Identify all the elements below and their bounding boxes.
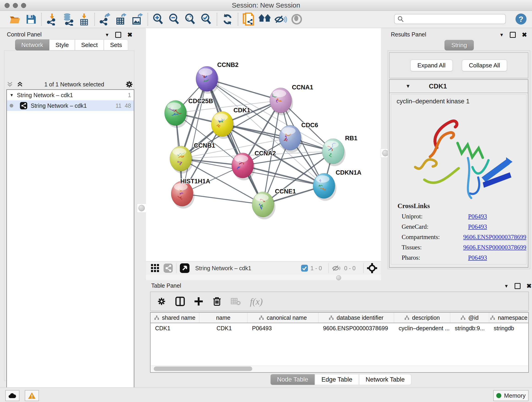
left-splitter-handle[interactable] — [137, 204, 146, 213]
houses-icon[interactable] — [258, 13, 271, 26]
network-row[interactable]: String Network – cdk1 11 48 — [7, 100, 134, 111]
export-network-icon[interactable] — [99, 13, 112, 26]
column-header-namespace[interactable]: namespace — [489, 313, 528, 323]
tab-sets[interactable]: Sets — [104, 39, 128, 51]
control-panel-float-icon[interactable] — [115, 32, 121, 38]
zoom-selected-icon[interactable] — [200, 13, 213, 26]
selected-count: 1 - 0 — [310, 265, 322, 272]
memory-status-dot — [496, 393, 501, 398]
search-input[interactable] — [394, 14, 506, 24]
zoom-in-icon[interactable] — [152, 13, 165, 26]
tab-select[interactable]: Select — [75, 39, 104, 51]
window-title: Session: New Session — [0, 1, 532, 9]
crosslink-label: Uniprot: — [402, 213, 468, 220]
crosslink-link[interactable]: P06493 — [468, 223, 487, 230]
entry-expander-icon[interactable]: ▼ — [405, 83, 411, 89]
delete-column-icon[interactable] — [212, 297, 222, 306]
table-panel-float-icon[interactable] — [515, 283, 520, 289]
tab-network[interactable]: Network — [15, 39, 49, 51]
show-all-icon[interactable] — [290, 13, 303, 26]
collapse-all-button[interactable]: Collapse All — [462, 60, 507, 71]
tab-node-table[interactable]: Node Table — [270, 374, 315, 385]
current-network-dot-icon — [10, 104, 13, 108]
selected-checkbox-icon[interactable] — [301, 264, 308, 272]
help-button[interactable]: ? — [515, 13, 526, 25]
import-database-icon[interactable] — [62, 13, 75, 26]
scrollbar-thumb[interactable] — [154, 366, 252, 371]
cdk1-entry-header[interactable]: ▼ CDK1 — [389, 80, 528, 93]
zoom-out-icon[interactable] — [168, 13, 181, 26]
open-file-icon[interactable] — [8, 13, 21, 26]
horizontal-splitter-handle[interactable] — [336, 275, 341, 280]
tab-string[interactable]: String — [444, 40, 474, 51]
crosslink-link[interactable]: 9606.ENSP00000378699 — [463, 234, 526, 241]
add-column-icon[interactable] — [194, 297, 203, 306]
column-header-id[interactable]: @id — [450, 313, 489, 323]
save-session-icon[interactable] — [25, 13, 37, 26]
import-table-icon[interactable] — [78, 13, 90, 26]
results-panel-float-icon[interactable] — [510, 32, 516, 38]
warnings-button[interactable] — [25, 390, 39, 401]
import-network-icon[interactable] — [46, 13, 58, 26]
svg-text:CCNB1: CCNB1 — [194, 142, 215, 149]
horizontal-splitter[interactable] — [146, 275, 381, 280]
crosslink-link[interactable]: 9606.ENSP00000378699 — [463, 244, 526, 251]
control-panel-collapse-icon[interactable]: ▼ — [105, 32, 109, 38]
cell-canonical-name: P06493 — [247, 325, 318, 332]
grid-view-icon[interactable] — [151, 264, 160, 273]
tab-network-table[interactable]: Network Table — [359, 374, 412, 385]
detach-view-icon[interactable] — [180, 263, 190, 273]
collapse-all-icon[interactable] — [6, 81, 13, 88]
expand-all-button[interactable]: Expand All — [410, 60, 453, 71]
status-bar: Memory — [0, 387, 532, 402]
tree-expander-icon[interactable]: ▼ — [10, 93, 14, 98]
svg-text:CCNE1: CCNE1 — [275, 188, 296, 195]
node-table: shared name name canonical name database… — [150, 312, 529, 373]
expand-all-icon[interactable] — [17, 81, 23, 88]
column-header-canonical-name[interactable]: canonical name — [247, 313, 318, 323]
tab-style[interactable]: Style — [49, 39, 75, 51]
cloud-button[interactable] — [5, 390, 19, 401]
zoom-fit-icon[interactable] — [184, 13, 197, 26]
tab-edge-table[interactable]: Edge Table — [315, 374, 359, 385]
table-panel-title: Table Panel — [151, 282, 181, 289]
svg-text:CCNA2: CCNA2 — [254, 150, 276, 157]
export-table-icon[interactable] — [115, 13, 128, 26]
cell-name: CDK1 — [199, 325, 247, 332]
network-view-icon[interactable] — [163, 263, 173, 273]
table-panel-close-icon[interactable]: ✖ — [526, 282, 532, 290]
cell-description: cyclin–dependent ... — [394, 325, 450, 332]
memory-button[interactable]: Memory — [493, 390, 529, 401]
table-horizontal-scrollbar[interactable] — [151, 366, 528, 372]
app-window: Session: New Session — [0, 0, 532, 402]
crosslink-link[interactable]: P06493 — [468, 213, 487, 220]
entry-description: cyclin–dependent kinase 1 — [391, 95, 526, 105]
hidden-eye-icon — [332, 264, 342, 272]
title-bar: Session: New Session — [0, 0, 532, 11]
table-gear-icon[interactable] — [157, 297, 166, 306]
columns-icon[interactable] — [175, 297, 185, 306]
results-panel-collapse-icon[interactable]: ▼ — [500, 32, 504, 38]
function-builder-icon: f(x) — [250, 296, 263, 307]
refresh-icon[interactable] — [221, 13, 234, 26]
table-row[interactable]: CDK1 CDK1 P06493 9606.ENSP00000378699 cy… — [151, 323, 528, 333]
gear-icon[interactable] — [125, 80, 133, 89]
hidden-count: 0 - 0 — [344, 265, 355, 272]
table-panel-collapse-icon[interactable]: ▼ — [504, 283, 509, 289]
export-image-icon[interactable] — [131, 13, 144, 26]
results-panel-close-icon[interactable]: ✖ — [522, 31, 527, 38]
column-header-shared-name[interactable]: shared name — [151, 313, 199, 323]
network-collection-row[interactable]: ▼ String Network – cdk1 1 — [7, 90, 134, 100]
string-document-icon[interactable] — [242, 13, 255, 26]
column-header-database-identifier[interactable]: database identifier — [318, 313, 394, 323]
svg-text:RB1: RB1 — [345, 135, 357, 142]
control-panel-close-icon[interactable]: ✖ — [127, 31, 133, 38]
crosslink-link[interactable]: P06493 — [468, 254, 487, 261]
column-header-description[interactable]: description — [394, 313, 450, 323]
birds-eye-icon[interactable] — [367, 263, 377, 274]
hide-selected-icon[interactable] — [274, 13, 287, 26]
table-tabs: Node TableEdge TableNetwork Table — [270, 374, 411, 385]
string-network-graph[interactable]: CCNB2CCNA1CDC25BCDK1CDC6RB1CCNB1CCNA2CDK… — [146, 28, 381, 261]
column-header-name[interactable]: name — [199, 313, 247, 323]
network-canvas[interactable]: CCNB2CCNA1CDC25BCDK1CDC6RB1CCNB1CCNA2CDK… — [146, 28, 381, 261]
